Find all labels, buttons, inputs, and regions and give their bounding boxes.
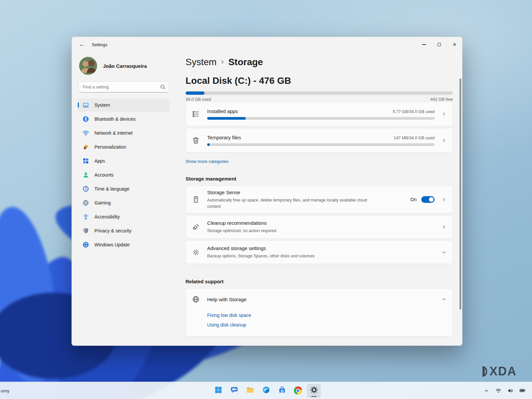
scrollbar[interactable] <box>460 78 461 310</box>
sidebar-item-label: Accessibility <box>94 214 120 219</box>
file-explorer-icon <box>246 386 254 395</box>
user-avatar <box>79 57 97 75</box>
tray-volume-button[interactable] <box>505 385 515 396</box>
taskbar-chrome-button[interactable] <box>291 384 305 398</box>
advanced-storage-settings-card[interactable]: Advanced storage settings Backup options… <box>186 240 453 264</box>
back-button[interactable]: ← <box>76 39 88 50</box>
cleanup-recommendations-card[interactable]: Cleanup recommendations Storage optimize… <box>186 215 453 239</box>
temporary-files-card[interactable]: Temporary files 147 MB/34.0 GB used <box>186 128 453 153</box>
storage-management-header: Storage management <box>186 176 453 182</box>
advanced-storage-gear-icon <box>192 248 200 256</box>
network-icon <box>82 130 89 136</box>
disk-used-label: 34.0 GB used <box>186 97 211 102</box>
sidebar-item-gaming[interactable]: Gaming <box>78 196 170 209</box>
battery-icon <box>519 387 526 394</box>
show-more-categories-link[interactable]: Show more categories <box>186 159 228 164</box>
apps-icon <box>82 158 89 164</box>
related-support-header: Related support <box>186 279 453 284</box>
help-with-storage-header[interactable]: Help with Storage <box>186 289 453 310</box>
sidebar-item-label: Accounts <box>94 172 114 178</box>
edge-icon <box>262 386 270 395</box>
tray-battery-button[interactable] <box>517 385 527 396</box>
xda-bracket-icon <box>482 366 487 377</box>
sidebar-item-bluetooth-devices[interactable]: Bluetooth & devices <box>78 112 170 126</box>
breadcrumb-separator-icon: › <box>221 58 223 66</box>
sidebar-item-network-internet[interactable]: Network & internet <box>78 126 170 140</box>
user-name: João Carrasqueira <box>103 63 147 69</box>
advanced-storage-settings-title: Advanced storage settings <box>207 245 266 251</box>
search-box <box>78 81 169 92</box>
tray-chevron-up-button[interactable] <box>481 385 491 396</box>
windows-start-icon <box>214 386 222 395</box>
sidebar-item-time-language[interactable]: Time & language <box>78 182 170 196</box>
installed-apps-card[interactable]: Installed apps 5.77 GB/34.0 GB used <box>186 102 453 126</box>
disk-usage-fill <box>186 91 204 95</box>
temporary-files-usage: 147 MB/34.0 GB used <box>394 136 435 140</box>
sidebar-item-accessibility[interactable]: Accessibility <box>78 210 170 223</box>
sidebar-item-label: Apps <box>94 158 105 164</box>
close-icon: × <box>453 42 457 48</box>
sidebar-item-label: Windows Update <box>94 242 130 247</box>
privacy-shield-icon <box>82 227 89 234</box>
installed-apps-bar-fill <box>207 117 246 120</box>
temporary-files-bar-fill <box>207 143 210 146</box>
sidebar-item-apps[interactable]: Apps <box>78 154 170 168</box>
search-icon <box>160 84 166 91</box>
gaming-icon <box>82 200 89 206</box>
chevron-up-icon <box>441 297 447 302</box>
storage-sense-toggle[interactable] <box>421 196 435 203</box>
cleanup-recommendations-description: Storage optimized, no action required <box>207 228 380 234</box>
fixing-low-disk-space-link[interactable]: Fixing low disk space <box>207 313 447 318</box>
cleanup-recommendations-title: Cleanup recommendations <box>207 220 267 226</box>
speaker-icon <box>507 388 513 394</box>
maximize-button[interactable] <box>432 37 447 52</box>
minimize-icon <box>422 44 426 45</box>
settings-gear-icon <box>310 386 318 395</box>
taskbar-chat-button[interactable] <box>227 384 241 398</box>
sidebar-item-windows-update[interactable]: Windows Update <box>78 238 170 251</box>
chevron-right-icon <box>441 111 447 117</box>
taskbar-file-explorer-button[interactable] <box>243 384 257 398</box>
help-globe-icon <box>192 295 200 303</box>
taskbar-edge-button[interactable] <box>259 384 273 398</box>
temporary-files-trash-icon <box>192 136 200 144</box>
taskbar-store-button[interactable] <box>275 384 289 398</box>
wifi-icon <box>495 388 501 394</box>
storage-page: System › Storage Local Disk (C:) - 476 G… <box>175 52 462 346</box>
storage-sense-title: Storage Sense <box>207 190 240 195</box>
minimize-button[interactable] <box>416 37 432 52</box>
page-title: Storage <box>228 57 263 67</box>
breadcrumb-system[interactable]: System <box>186 57 216 67</box>
breadcrumb: System › Storage <box>186 57 453 67</box>
sidebar-item-privacy-security[interactable]: Privacy & security <box>78 224 170 237</box>
titlebar: ← Settings × <box>72 37 462 52</box>
taskbar-app-icons <box>211 384 321 398</box>
taskbar-settings-button[interactable] <box>307 384 321 398</box>
chrome-center-dot <box>296 389 300 393</box>
close-button[interactable]: × <box>447 37 462 52</box>
sidebar-item-label: Personalization <box>94 144 126 150</box>
sidebar-item-label: System <box>94 102 110 108</box>
installed-apps-bar <box>207 117 435 120</box>
accessibility-icon <box>82 213 89 220</box>
sidebar-item-personalization[interactable]: Personalization <box>78 140 170 154</box>
storage-sense-card[interactable]: Storage Sense Automatically free up spac… <box>186 186 453 213</box>
personalization-icon <box>82 144 89 150</box>
tray-wifi-button[interactable] <box>493 385 503 396</box>
user-profile[interactable]: João Carrasqueira <box>78 54 170 80</box>
sidebar-item-label: Time & language <box>94 186 129 192</box>
search-input[interactable] <box>78 81 169 92</box>
window-controls: × <box>416 37 462 52</box>
chevron-up-icon <box>484 388 489 393</box>
sidebar-item-accounts[interactable]: Accounts <box>78 168 170 182</box>
sidebar-item-system[interactable]: System <box>78 98 170 112</box>
window-title: Settings <box>92 42 107 47</box>
chevron-right-icon <box>441 138 447 143</box>
disk-free-label: 442 GB free <box>431 97 453 102</box>
time-language-icon <box>82 186 89 192</box>
desktop-label-fragment: unny <box>1 389 9 393</box>
sidebar-item-label: Privacy & security <box>94 228 131 233</box>
taskbar-start-button[interactable] <box>211 384 225 398</box>
installed-apps-icon <box>192 110 200 118</box>
using-disk-cleanup-link[interactable]: Using disk cleanup <box>207 322 447 328</box>
